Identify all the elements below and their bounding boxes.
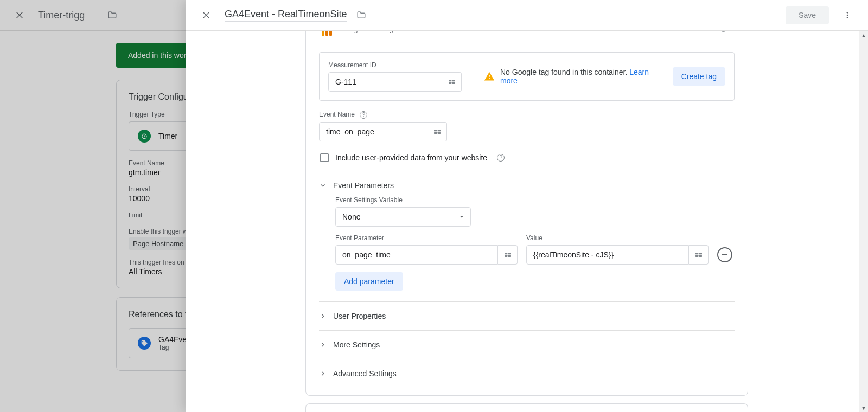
svg-rect-15 <box>437 132 440 133</box>
save-button[interactable]: Save <box>786 6 829 24</box>
tag-editor-modal: GA4Event - RealTimeonSite Save Google Ma… <box>186 0 868 412</box>
svg-rect-10 <box>452 80 455 81</box>
tag-platform: Google Marketing Platform <box>342 31 419 33</box>
variable-picker-icon[interactable] <box>427 122 447 141</box>
edit-icon[interactable] <box>717 31 735 37</box>
event-parameters-title: Event Parameters <box>333 181 394 190</box>
tag-configuration-card: Google Marketing Platform Measurement ID <box>305 31 748 396</box>
variable-picker-icon[interactable] <box>442 72 462 92</box>
param-value-label: Value <box>526 234 709 242</box>
measurement-id-label: Measurement ID <box>328 61 462 69</box>
measurement-id-input[interactable] <box>328 72 442 92</box>
param-name-input[interactable] <box>335 245 498 265</box>
chevron-right-icon <box>319 341 327 349</box>
trigger-title-input[interactable] <box>38 10 98 21</box>
svg-point-5 <box>847 12 848 14</box>
svg-rect-20 <box>695 253 698 254</box>
svg-point-6 <box>847 15 848 16</box>
svg-rect-21 <box>695 255 698 256</box>
scroll-down-icon[interactable]: ▼ <box>859 403 868 412</box>
param-value-input[interactable] <box>526 245 689 265</box>
variable-picker-icon[interactable] <box>689 245 709 265</box>
folder-icon[interactable] <box>356 10 366 20</box>
svg-rect-12 <box>434 130 437 131</box>
chevron-down-icon <box>458 214 465 220</box>
remove-parameter-button[interactable] <box>717 247 732 262</box>
event-name-input[interactable] <box>319 122 427 141</box>
svg-point-7 <box>847 17 848 18</box>
tag-title[interactable]: GA4Event - RealTimeonSite <box>225 9 347 22</box>
include-user-data-checkbox[interactable] <box>320 153 329 162</box>
close-icon[interactable] <box>11 7 28 24</box>
timer-icon <box>138 130 151 143</box>
advanced-settings-toggle[interactable]: Advanced Settings <box>319 359 735 388</box>
esv-label: Event Settings Variable <box>335 196 735 204</box>
svg-rect-9 <box>449 82 451 84</box>
folder-icon[interactable] <box>107 10 117 20</box>
measurement-panel: Measurement ID <box>319 52 735 101</box>
ga4-icon <box>319 31 334 36</box>
trigger-type-value: Timer <box>158 132 177 140</box>
condition-chip: Page Hostname <box>129 237 188 250</box>
chevron-right-icon <box>319 370 327 377</box>
param-name-label: Event Parameter <box>335 234 518 242</box>
svg-rect-18 <box>508 253 510 254</box>
svg-rect-8 <box>449 80 451 81</box>
tag-icon <box>138 337 151 350</box>
svg-rect-13 <box>434 132 437 133</box>
advanced-title: Advanced Settings <box>333 369 397 378</box>
add-parameter-button[interactable]: Add parameter <box>335 272 403 291</box>
warning-text: No Google tag found in this container. <box>500 68 627 76</box>
event-name-label: Event Name ? <box>319 111 735 119</box>
scroll-up-icon[interactable]: ▲ <box>859 31 868 40</box>
chevron-right-icon <box>319 312 327 320</box>
help-icon[interactable]: ? <box>497 154 505 162</box>
svg-rect-11 <box>452 82 455 84</box>
more-settings-toggle[interactable]: More Settings <box>319 330 735 359</box>
svg-rect-19 <box>508 255 510 256</box>
svg-rect-17 <box>505 255 507 256</box>
svg-rect-22 <box>699 253 701 254</box>
esv-value: None <box>342 213 360 221</box>
user-properties-toggle[interactable]: User Properties <box>319 301 735 330</box>
svg-rect-16 <box>505 253 507 254</box>
triggering-card-placeholder[interactable] <box>305 403 748 413</box>
chevron-down-icon <box>319 182 327 189</box>
more-settings-title: More Settings <box>333 340 380 349</box>
help-icon[interactable]: ? <box>360 111 367 119</box>
esv-select[interactable]: None <box>335 207 471 227</box>
warning-icon <box>484 71 495 82</box>
create-tag-button[interactable]: Create tag <box>673 67 725 86</box>
event-parameters-toggle[interactable]: Event Parameters <box>319 172 735 192</box>
user-properties-title: User Properties <box>333 312 386 320</box>
scrollbar[interactable]: ▲ ▼ <box>859 31 868 412</box>
include-user-data-label: Include user-provided data from your web… <box>335 153 487 162</box>
svg-rect-23 <box>699 255 701 256</box>
variable-picker-icon[interactable] <box>498 245 518 265</box>
svg-rect-14 <box>437 130 440 131</box>
more-menu-icon[interactable] <box>839 7 856 24</box>
close-icon[interactable] <box>197 7 215 24</box>
